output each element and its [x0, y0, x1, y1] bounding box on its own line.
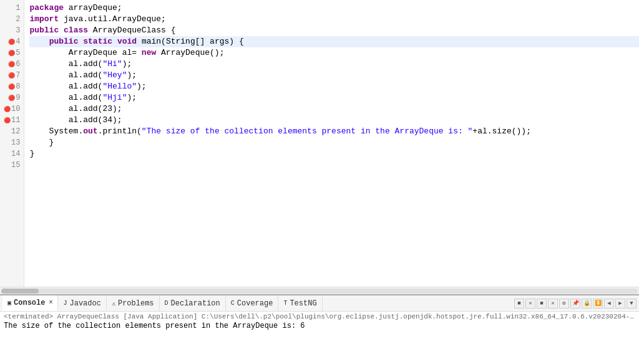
pin-button[interactable]: 📌	[570, 299, 580, 309]
bottom-panel: ▣Console×JJavadoc⚠ProblemsDDeclarationCC…	[0, 294, 639, 364]
line-number-1: 1	[4, 2, 20, 14]
problems-tab-label: Problems	[118, 299, 154, 308]
console-tab-icon: ▣	[7, 299, 11, 307]
next-button[interactable]: ▶	[615, 299, 625, 309]
prev-button[interactable]: ◀	[604, 299, 614, 309]
testng-tab-icon: T	[283, 300, 287, 307]
code-line-6: al.add("Hi");	[29, 59, 639, 70]
line-number-15: 15	[4, 160, 20, 171]
javadoc-tab-label: Javadoc	[69, 299, 100, 308]
code-line-14: }	[29, 148, 639, 160]
console-tab-label: Console	[14, 299, 45, 307]
declaration-tab-icon: D	[165, 300, 168, 307]
code-line-5: ArrayDeque al= new ArrayDeque();	[29, 47, 639, 59]
code-line-3: public class ArrayDequeClass {	[29, 25, 639, 36]
line-number-14: 14	[4, 148, 20, 160]
scrollbar-track[interactable]	[1, 289, 638, 294]
line-numbers: 123🔴4🔴5🔴6🔴7🔴8🔴9🔴10🔴1112131415	[0, 0, 24, 287]
scrollbar-thumb[interactable]	[1, 289, 39, 294]
code-line-9: al.add("Hji");	[29, 92, 639, 103]
line-number-11: 🔴11	[4, 115, 20, 126]
line-number-4: 🔴4	[4, 36, 20, 47]
testng-tab-label: TestNG	[290, 299, 316, 308]
code-line-2: import java.util.ArrayDeque;	[29, 14, 639, 25]
close-console-button[interactable]: ✕	[548, 299, 558, 309]
line-number-12: 12	[4, 126, 20, 137]
line-number-7: 🔴7	[4, 70, 20, 81]
line-number-3: 3	[4, 25, 20, 36]
console-terminated-text: <terminated> ArrayDequeClass [Java Appli…	[4, 313, 635, 320]
declaration-tab-label: Declaration	[171, 299, 220, 308]
minimize-console-button[interactable]: ■	[514, 299, 524, 309]
console-tab-close[interactable]: ×	[49, 299, 52, 306]
editor-scrollbar[interactable]	[0, 287, 639, 294]
console-tab-bar: ▣Console×JJavadoc⚠ProblemsDDeclarationCC…	[0, 295, 639, 312]
stop-button[interactable]: ■	[537, 299, 547, 309]
code-line-15	[29, 160, 639, 171]
line-number-6: 🔴6	[4, 59, 20, 70]
code-editor[interactable]: 123🔴4🔴5🔴6🔴7🔴8🔴9🔴10🔴1112131415 package ar…	[0, 0, 639, 287]
code-line-12: System.out.println("The size of the coll…	[29, 126, 639, 137]
line-number-10: 🔴10	[4, 103, 20, 115]
tab-declaration[interactable]: DDeclaration	[160, 295, 226, 311]
code-line-7: al.add("Hey");	[29, 70, 639, 81]
problems-tab-icon: ⚠	[112, 300, 115, 307]
coverage-tab-icon: C	[231, 300, 235, 307]
tab-bar-actions: ■ ✕ ■ ✕ ⚙ 📌 🔒 ⏬ ◀ ▶ ▼	[514, 299, 637, 309]
line-number-8: 🔴8	[4, 81, 20, 92]
javadoc-tab-icon: J	[63, 300, 67, 307]
code-lines: package arrayDeque;import java.util.Arra…	[24, 0, 639, 287]
tab-problems[interactable]: ⚠Problems	[107, 295, 160, 311]
scroll-lock-button[interactable]: 🔒	[582, 299, 592, 309]
tab-testng[interactable]: TTestNG	[278, 295, 322, 311]
tab-console[interactable]: ▣Console×	[2, 295, 58, 311]
settings-button[interactable]: ⚙	[559, 299, 569, 309]
code-line-13: }	[29, 137, 639, 148]
code-line-11: al.add(34);	[29, 115, 639, 126]
console-content: <terminated> ArrayDequeClass [Java Appli…	[0, 312, 639, 364]
code-line-10: al.add(23);	[29, 103, 639, 115]
line-number-9: 🔴9	[4, 92, 20, 103]
console-output-text: The size of the collection elements pres…	[4, 322, 635, 330]
tab-coverage[interactable]: CCoverage	[226, 295, 279, 311]
line-number-13: 13	[4, 137, 20, 148]
code-line-4: public static void main(String[] args) {	[29, 36, 639, 47]
code-line-8: al.add("Hello");	[29, 81, 639, 92]
scroll-end-button[interactable]: ⏬	[593, 299, 603, 309]
line-number-5: 🔴5	[4, 47, 20, 59]
code-line-1: package arrayDeque;	[29, 2, 639, 14]
coverage-tab-label: Coverage	[237, 299, 273, 308]
tab-javadoc[interactable]: JJavadoc	[58, 295, 106, 311]
maximize-console-button[interactable]: ✕	[525, 299, 535, 309]
line-number-2: 2	[4, 14, 20, 25]
view-menu-button[interactable]: ▼	[627, 299, 637, 309]
